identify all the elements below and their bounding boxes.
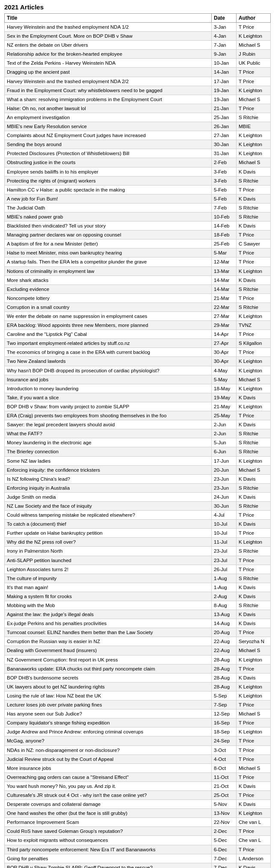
table-row[interactable]: Judge Andrew and Prince Andrew: enforcin… [5, 727, 271, 736]
table-row[interactable]: Turncoat counsel: ELINZ handles them bet… [5, 628, 271, 637]
table-row[interactable]: We enter the debate on name suppression … [5, 312, 271, 321]
table-row[interactable]: Bananaworks update: ERA chucks out third… [5, 664, 271, 673]
table-row[interactable]: BOP DHB v Shaw Zombie SLAPP: Geoff Daven… [5, 863, 271, 868]
table-row[interactable]: Judge Smith on media24-JunK Davis [5, 492, 271, 501]
table-row[interactable]: Sawyer: the legal precedent lawyers shou… [5, 420, 271, 429]
table-row[interactable]: One hand washes the other (but the face … [5, 809, 271, 818]
cell-author: Michael S [237, 763, 271, 772]
table-row[interactable]: Sex in the Employment Court. More on BOP… [5, 32, 271, 41]
table-row[interactable]: Leighton Associates turns 2!26-JulT Pric… [5, 565, 271, 574]
table-row[interactable]: Corruption in a small country22-MarS Rit… [5, 302, 271, 311]
table-row[interactable]: Excluding evidence14-MarS Ritchie [5, 284, 271, 293]
table-row[interactable]: Employee sends bailiffs in to his employ… [5, 167, 271, 176]
table-row[interactable]: Complaints about NZ Employment Court jud… [5, 131, 271, 140]
table-row[interactable]: Could witness tampering mistake be repli… [5, 511, 271, 520]
table-row[interactable]: Halse to meet Minister, miss own bankrup… [5, 248, 271, 257]
table-row[interactable]: To catch a (document) thief10-JulK Davis [5, 520, 271, 529]
table-row[interactable]: Relationship advice for the broken-heart… [5, 50, 271, 59]
table-row[interactable]: Two New Zealand lawlords30-AprK Leighton [5, 357, 271, 366]
table-row[interactable]: Hamilton CC v Halse: a public spectacle … [5, 185, 271, 194]
table-row[interactable]: Noncompete lottery21-MarT Price [5, 293, 271, 302]
table-row[interactable]: Corruption the Russian way is easier in … [5, 637, 271, 646]
table-row[interactable]: Introduction to money laundering18-MayK … [5, 384, 271, 393]
table-row[interactable]: NZ Law Society and the face of iniquity3… [5, 501, 271, 510]
table-row[interactable]: BOP DHB's burdensome secrets28-AugK Davi… [5, 673, 271, 682]
table-row[interactable]: Insurance and jobs5-MayMichael S [5, 375, 271, 384]
table-row[interactable]: Fraud in the Employment Court: why whist… [5, 86, 271, 95]
table-row[interactable]: NDAs in NZ: non-disparagement or non-dis… [5, 745, 271, 754]
table-row[interactable]: Enforcing iniquity: the confidence trick… [5, 465, 271, 474]
table-row[interactable]: It's that man again!1-AugK Davis [5, 583, 271, 592]
table-row[interactable]: Managing partner declares war on opposin… [5, 230, 271, 239]
table-row[interactable]: Losing the rule of law: How NZ beat the … [5, 691, 271, 700]
table-row[interactable]: Caroline and the "Lipstick Pig" Cabal14-… [5, 330, 271, 339]
table-row[interactable]: More shark attacks14-MarK Davis [5, 275, 271, 284]
table-row[interactable]: Overreaching gag orders can cause a "Str… [5, 772, 271, 781]
table-row[interactable]: The Judicial Oath7-FebS Ritchie [5, 203, 271, 212]
table-row[interactable]: MBIE's naked power grab10-FebS Ritchie [5, 212, 271, 221]
table-row[interactable]: BOP DHB v Shaw: from vanity project to z… [5, 402, 271, 411]
table-row[interactable]: NZ Government Corruption: first report i… [5, 655, 271, 664]
table-row[interactable]: Could RoS have saved Goleman Group's rep… [5, 827, 271, 836]
table-row[interactable]: Money laundering in the electronic age5-… [5, 438, 271, 447]
table-row[interactable]: A baptism of fire for a new Minister (le… [5, 239, 271, 248]
table-row[interactable]: Two important employment-related article… [5, 339, 271, 348]
table-row[interactable]: Irony in Palmerston North23-JulS Ritchie [5, 547, 271, 556]
table-row[interactable]: Desperate coverups and collateral damage… [5, 800, 271, 809]
table-row[interactable]: The economics of bringing a case in the … [5, 348, 271, 357]
table-row[interactable]: What a sham: resolving immigration probl… [5, 95, 271, 104]
table-row[interactable]: NZ enters the debate on Uber drivers7-Ja… [5, 41, 271, 50]
table-row[interactable]: Further update on Halse bankruptcy petit… [5, 529, 271, 538]
table-row[interactable]: The Brierley connection6-JunS Ritchie [5, 447, 271, 456]
table-row[interactable]: Sending the boys around30-JanK Leighton [5, 140, 271, 149]
table-row[interactable]: The culture of impunity1-AugS Ritchie [5, 574, 271, 583]
table-row[interactable]: Notions of criminality in employment law… [5, 266, 271, 275]
table-row[interactable]: Harvey Weinstein and the trashed employm… [5, 77, 271, 86]
table-row[interactable]: ERA (Craig) prevents two employees from … [5, 411, 271, 420]
table-row[interactable]: MBIE's new Early Resolution service26-Ja… [5, 122, 271, 131]
table-row[interactable]: Obstructing justice in the courts2-FebMi… [5, 158, 271, 167]
cell-title: Protected Disclosures (Protection of Whi… [5, 149, 212, 158]
table-row[interactable]: ERA backlog: Wood appoints three new Mem… [5, 321, 271, 330]
table-row[interactable]: How to exploit migrants without conseque… [5, 836, 271, 845]
table-row[interactable]: Protecting the rights of (migrant) worke… [5, 176, 271, 185]
table-row[interactable]: Company liquidator's strange fishing exp… [5, 718, 271, 727]
table-row[interactable]: McGag, anyone?24-SepT Price [5, 736, 271, 745]
table-row[interactable]: Lecturer loses job over private parking … [5, 700, 271, 709]
table-row[interactable]: Dealing with Government fraud (insurers)… [5, 646, 271, 655]
cell-date: 21-Jan [212, 104, 237, 113]
table-row[interactable]: Anti-SLAPP petition launched23-JulT Pric… [5, 556, 271, 565]
table-row[interactable]: Dragging up the ancient past14-JanT Pric… [5, 68, 271, 77]
table-row[interactable]: Performance Improvement Scam22-NovChe va… [5, 818, 271, 827]
table-row[interactable]: You want hush money? No, you pay us. And… [5, 781, 271, 790]
table-row[interactable]: Going for penalties7-DecL Anderson [5, 854, 271, 863]
table-row[interactable]: A new job for Fun Bum!5-FebK Davis [5, 194, 271, 203]
table-row[interactable]: Making a system fit for crooks2-AugK Dav… [5, 592, 271, 601]
cell-title: How to exploit migrants without conseque… [5, 836, 212, 845]
table-row[interactable]: Halse: Oh no, not another lawsuit lol21-… [5, 104, 271, 113]
table-row[interactable]: UK lawyers about to get NZ laundering ri… [5, 682, 271, 691]
table-row[interactable]: Judicial Review struck out by the Court … [5, 754, 271, 763]
table-row[interactable]: Is NZ following China's lead?23-JunK Dav… [5, 474, 271, 483]
table-row[interactable]: Has anyone seen our Sub Judice?12-SepMic… [5, 709, 271, 718]
table-row[interactable]: Some NZ law ladies17-JunK Leighton [5, 456, 271, 465]
table-row[interactable]: Enforcing iniquity in Australia23-JunS R… [5, 483, 271, 492]
cell-author: Che van L [237, 836, 271, 845]
table-row[interactable]: Protected Disclosures (Protection of Whi… [5, 149, 271, 158]
table-row[interactable]: Take, if you want a slice19-MayK Davis [5, 393, 271, 402]
table-row[interactable]: Why did the NZ press roll over?11-JulK L… [5, 538, 271, 547]
table-row[interactable]: Third party noncompete enforcement: New … [5, 845, 271, 854]
table-row[interactable]: What the FATF?2-JunS Ritchie [5, 429, 271, 438]
table-row[interactable]: Mobbing with the Mob8-AugS Ritchie [5, 601, 271, 610]
table-row[interactable]: A startup fails. Then the ERA lets a com… [5, 257, 271, 266]
table-row[interactable]: Harvey Weinstein and the trashed employm… [5, 23, 271, 32]
cell-date: 10-Jul [212, 520, 237, 529]
table-row[interactable]: Culturesafe's JR struck out 4 Oct - why … [5, 790, 271, 799]
table-row[interactable]: An employment investigation25-JanS Ritch… [5, 113, 271, 122]
table-row[interactable]: Why hasn't BOP DHB dropped its prosecuti… [5, 366, 271, 375]
table-row[interactable]: More insurance jobs8-OctMichael S [5, 763, 271, 772]
table-row[interactable]: Blacklisted then vindicated? Tell us you… [5, 221, 271, 230]
table-row[interactable]: Text of the Zelda Perkins - Harvey Weins… [5, 59, 271, 68]
table-row[interactable]: Against the law: the judge's illegal dea… [5, 610, 271, 619]
table-row[interactable]: Ex-judge Perkins and his penalties procl… [5, 619, 271, 628]
